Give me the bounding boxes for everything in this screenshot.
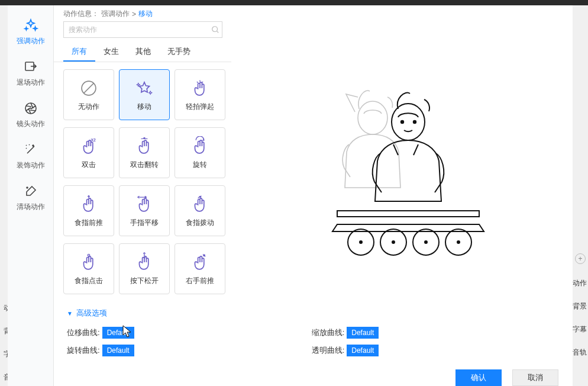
sidebar-item-label: 清场动作 [17,202,45,212]
exit-icon [23,59,38,75]
zoom-in-icon[interactable]: + [575,253,586,264]
chevron-down-icon: ▼ [67,310,73,317]
action-card-2[interactable]: 轻拍弹起 [175,69,225,120]
action-card-label: 双击 [82,160,96,170]
svg-point-3 [212,27,218,32]
cancel-button[interactable]: 取消 [512,369,558,386]
action-card-label: 食指前推 [75,218,103,228]
rotation-curve-label: 旋转曲线: [67,345,100,356]
sidebar-item-clear[interactable]: 清场动作 [8,177,53,218]
none-icon [79,78,99,98]
action-card-1[interactable]: 移动 [119,69,170,120]
hand-x2-icon: X2 [79,136,99,156]
hand-tap-icon [190,78,210,98]
opacity-curve-label: 透明曲线: [312,345,345,356]
svg-point-7 [88,254,89,256]
action-card-label: 旋转 [193,160,207,170]
hand-double-icon [134,136,154,156]
action-card-label: 手指平移 [130,218,159,228]
action-card-label: 无动作 [78,102,99,112]
sidebar-item-label: 镜头动作 [17,119,45,129]
svg-point-6 [144,137,145,139]
svg-point-17 [392,241,395,243]
action-card-label: 双击翻转 [130,160,159,170]
action-card-label: 食指拨动 [186,218,214,228]
action-card-label: 按下松开 [130,276,159,286]
scale-curve-value[interactable]: Default [347,327,379,339]
svg-point-1 [25,103,36,114]
press-release-icon [134,252,154,272]
svg-rect-20 [337,211,479,217]
finger-flick-icon [190,194,210,214]
svg-point-9 [392,104,425,140]
finger-push-icon [79,194,99,214]
category-sidebar: 强调动作 退场动作 镜头动作 装饰动作 [8,5,54,386]
action-card-5[interactable]: 旋转 [175,127,225,178]
filter-tabs: 所有 女生 其他 无手势 [54,41,231,62]
tab-female[interactable]: 女生 [95,41,127,62]
preview-pane [231,62,573,303]
action-card-3[interactable]: X2双击 [63,127,114,178]
svg-point-8 [358,101,387,134]
search-input[interactable] [63,21,222,38]
sidebar-item-label: 强调动作 [17,36,45,46]
action-card-8[interactable]: 食指拨动 [175,185,225,236]
action-card-label: 轻拍弹起 [186,102,214,112]
action-card-6[interactable]: 食指前推 [63,185,114,236]
sidebar-item-label: 装饰动作 [17,160,45,171]
breadcrumb-current[interactable]: 移动 [138,9,153,19]
action-grid-scroll[interactable]: 无动作移动轻拍弹起X2双击双击翻转旋转食指前推手指平移食指拨动食指点击按下松开右… [54,62,231,303]
svg-point-11 [413,120,415,123]
search-icon[interactable] [211,25,219,36]
action-card-10[interactable]: 按下松开 [119,243,170,294]
opacity-curve-value[interactable]: Default [347,345,379,356]
sidebar-item-camera[interactable]: 镜头动作 [8,94,53,136]
action-card-label: 右手前推 [186,276,214,286]
background-right-panel: 动作 背景 字幕 音轨 [573,278,587,358]
rotation-curve-value[interactable]: Default [102,345,134,356]
svg-point-19 [457,241,460,243]
svg-point-18 [425,241,427,243]
sparkle-icon [23,18,38,33]
action-card-4[interactable]: 双击翻转 [119,127,170,178]
ok-button[interactable]: 确认 [455,369,502,386]
tab-nogesture[interactable]: 无手势 [159,41,199,62]
svg-point-10 [400,120,403,123]
sidebar-item-exit[interactable]: 退场动作 [8,53,53,94]
svg-text:X2: X2 [91,137,96,141]
action-card-9[interactable]: 食指点击 [63,243,114,294]
aperture-icon [23,101,38,116]
tab-other[interactable]: 其他 [127,41,159,62]
sidebar-item-decoration[interactable]: 装饰动作 [8,136,53,177]
action-card-7[interactable]: 手指平移 [119,185,170,236]
sidebar-item-emphasis[interactable]: 强调动作 [8,11,53,53]
star-sparkle-icon [134,78,154,98]
action-dialog: 强调动作 退场动作 镜头动作 装饰动作 [8,5,573,386]
hand-rotate-icon [190,136,210,156]
advanced-toggle[interactable]: ▼ 高级选项 [67,308,560,319]
preview-illustration [305,85,500,281]
svg-point-2 [27,187,28,188]
action-card-label: 移动 [137,102,151,112]
tab-all[interactable]: 所有 [63,41,95,62]
hand-push-icon [190,252,210,272]
position-curve-value[interactable]: Default [102,327,134,339]
finger-click-icon [79,252,99,272]
sidebar-item-label: 退场动作 [17,78,45,88]
scale-curve-label: 缩放曲线: [312,327,345,338]
svg-point-16 [360,241,362,243]
action-card-label: 食指点击 [75,276,103,286]
wand-icon [23,142,38,157]
breadcrumb: 动作信息： 强调动作 > 移动 [54,5,573,21]
action-card-0[interactable]: 无动作 [63,69,114,120]
action-card-11[interactable]: 右手前推 [175,243,225,294]
position-curve-label: 位移曲线: [67,327,100,338]
brush-icon [23,184,38,199]
finger-move-icon [134,194,154,214]
